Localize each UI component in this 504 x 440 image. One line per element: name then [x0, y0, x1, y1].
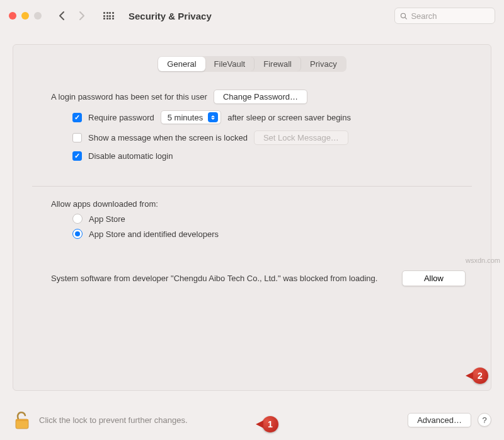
zoom-window-button[interactable]: [34, 12, 42, 20]
general-content: A login password has been set for this u…: [13, 72, 491, 161]
minimize-window-button[interactable]: [21, 12, 29, 20]
tab-general[interactable]: General: [158, 57, 205, 71]
require-password-pre-label: Require password: [88, 113, 154, 122]
allow-apps-option-identified[interactable]: App Store and identified developers: [51, 229, 453, 239]
tab-firewall[interactable]: Firewall: [255, 57, 301, 71]
search-field[interactable]: [394, 8, 495, 24]
help-button[interactable]: ?: [478, 413, 491, 427]
require-password-delay-value: 5 minutes: [168, 113, 203, 122]
close-window-button[interactable]: [9, 12, 16, 20]
svg-point-0: [401, 13, 405, 18]
lock-hint-text: Click the lock to prevent further change…: [39, 415, 188, 425]
lock-icon[interactable]: [13, 410, 32, 430]
select-caret-icon: [208, 112, 218, 122]
svg-line-1: [405, 17, 407, 19]
disable-auto-login-checkbox[interactable]: [72, 151, 82, 161]
blocked-software-text: System software from developer "Chengdu …: [51, 273, 383, 284]
search-input[interactable]: [411, 11, 490, 21]
window-title: Security & Privacy: [129, 11, 212, 21]
allow-apps-section: Allow apps downloaded from: App Store Ap…: [13, 199, 491, 239]
login-password-row: A login password has been set for this u…: [51, 90, 453, 104]
titlebar: Security & Privacy: [0, 0, 504, 32]
login-password-label: A login password has been set for this u…: [51, 92, 207, 101]
nav-arrows: [53, 8, 91, 23]
show-message-checkbox[interactable]: [72, 133, 82, 142]
allow-apps-option-appstore[interactable]: App Store: [51, 214, 453, 224]
show-all-icon[interactable]: [103, 12, 115, 20]
tab-bar: General FileVault Firewall Privacy: [158, 56, 346, 72]
annotation-1: 1: [262, 416, 278, 432]
require-password-post-label: after sleep or screen saver begins: [227, 113, 351, 122]
allow-button[interactable]: Allow: [402, 270, 466, 286]
allow-apps-title: Allow apps downloaded from:: [51, 199, 453, 209]
divider: [32, 186, 472, 187]
svg-rect-3: [16, 419, 28, 421]
show-message-row: Show a message when the screen is locked…: [51, 130, 453, 145]
radio-appstore[interactable]: [72, 214, 83, 224]
advanced-button[interactable]: Advanced…: [408, 413, 471, 427]
change-password-button[interactable]: Change Password…: [214, 90, 307, 104]
forward-button: [73, 8, 91, 23]
tab-privacy[interactable]: Privacy: [301, 57, 346, 71]
tab-filevault[interactable]: FileVault: [205, 57, 255, 71]
show-message-label: Show a message when the screen is locked: [88, 133, 248, 142]
radio-appstore-label: App Store: [89, 214, 125, 224]
radio-identified[interactable]: [72, 229, 83, 239]
require-password-delay-select[interactable]: 5 minutes: [161, 110, 221, 124]
traffic-lights: [9, 12, 42, 20]
footer: Click the lock to prevent further change…: [13, 410, 491, 430]
blocked-software-row: System software from developer "Chengdu …: [13, 270, 491, 286]
back-button[interactable]: [53, 8, 71, 23]
require-password-checkbox[interactable]: [72, 113, 82, 122]
require-password-row: Require password 5 minutes after sleep o…: [51, 110, 453, 124]
search-icon: [400, 12, 407, 20]
disable-auto-login-row: Disable automatic login: [51, 151, 453, 161]
watermark: wsxdn.com: [466, 257, 500, 264]
annotation-2: 2: [472, 368, 488, 384]
preferences-panel: General FileVault Firewall Privacy A log…: [13, 44, 491, 391]
disable-auto-login-label: Disable automatic login: [88, 151, 173, 161]
set-lock-message-button: Set Lock Message…: [254, 130, 348, 145]
radio-identified-label: App Store and identified developers: [89, 229, 219, 239]
